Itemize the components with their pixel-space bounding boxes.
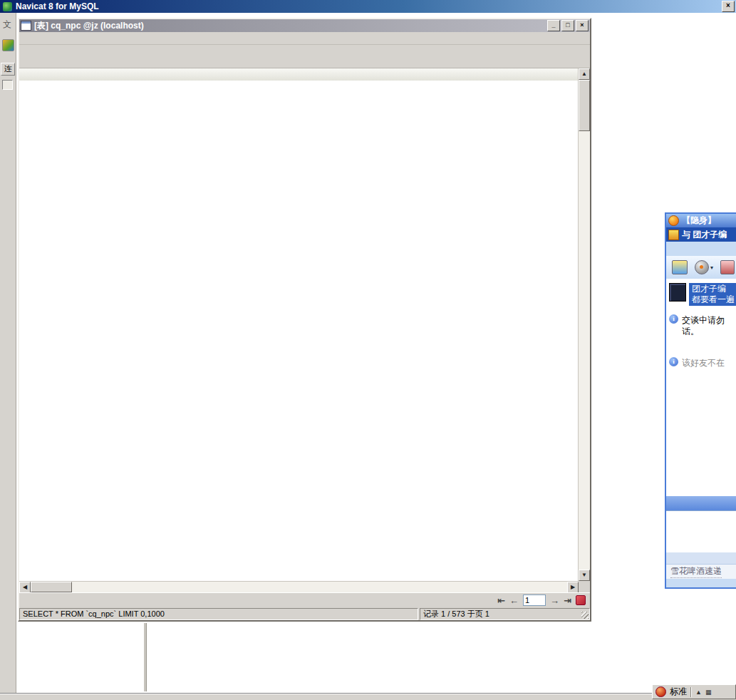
close-button[interactable]: × xyxy=(576,20,589,31)
table-icon xyxy=(21,21,31,31)
webcam-dropdown-icon[interactable]: ▾ xyxy=(710,264,713,271)
ime-bar[interactable]: 标准 ▲ ▦ xyxy=(652,684,736,699)
qq-system-message: i 交谈中请勿 话。 xyxy=(669,314,736,337)
vertical-scrollbar[interactable]: ▲ ▼ xyxy=(578,68,590,581)
sql-status-text: SELECT * FROM `cq_npc` LIMIT 0,1000 xyxy=(19,608,418,620)
data-grid: ▲ ▼ xyxy=(19,68,590,581)
webcam-icon[interactable] xyxy=(695,260,709,274)
qq-logo-icon xyxy=(668,215,679,226)
clipped-file-menu[interactable]: 文 xyxy=(3,19,11,31)
apply-filter-icon[interactable] xyxy=(576,595,586,605)
record-navigation-bar: ⇤ ← → ⇥ xyxy=(19,592,590,607)
toolbar xyxy=(19,45,590,68)
qq-message-line1: 团才子编 xyxy=(692,284,726,294)
left-toolbar-rail: 文 连 xyxy=(0,13,16,694)
qq-chat-window: 【隐身】 与 团才子编 ▾ 团才子编 都要看一遍 i xyxy=(665,212,736,589)
qq-ad-link[interactable]: 雪花啤酒速递 xyxy=(670,565,722,578)
table-window-title: [表] cq_npc @jz (localhost) xyxy=(34,20,144,32)
first-page-button[interactable]: ⇤ xyxy=(497,595,505,606)
desktop: Navicat 8 for MySQL × 文 连 [表] cq_npc @jz… xyxy=(0,0,736,700)
ime-softkbd-icon[interactable]: ▲ xyxy=(695,689,702,696)
main-statusbar-strip xyxy=(0,694,736,700)
page-number-input[interactable] xyxy=(523,595,546,606)
qq-bottom-frame xyxy=(666,579,736,587)
scrollbar-corner xyxy=(579,581,590,592)
scroll-left-button[interactable]: ◀ xyxy=(19,582,31,593)
clipped-panel-box[interactable] xyxy=(2,80,13,90)
qq-system-text: 交谈中请勿 话。 xyxy=(682,314,725,337)
qq-status-text: 【隐身】 xyxy=(682,215,716,227)
main-window-titlebar[interactable]: Navicat 8 for MySQL × xyxy=(0,0,736,13)
info-icon: i xyxy=(669,314,678,324)
qq-ad-bar: 雪花啤酒速递 xyxy=(666,564,736,579)
maximize-button[interactable]: □ xyxy=(561,20,574,31)
clipped-toolbar-icon[interactable] xyxy=(2,39,14,51)
grid-rows xyxy=(19,81,578,581)
qq-titlebar[interactable]: 【隐身】 xyxy=(666,214,736,227)
qq-chat-header: 与 团才子编 xyxy=(666,227,736,242)
record-count-label: 记录 1 / 573 于页 1 xyxy=(423,609,489,618)
horizontal-scroll-track[interactable] xyxy=(72,582,567,592)
avatar[interactable] xyxy=(669,283,686,302)
resize-grip[interactable] xyxy=(581,612,589,619)
clipped-connect-button[interactable]: 连 xyxy=(1,63,15,76)
ime-icon[interactable] xyxy=(655,686,666,697)
table-window: [表] cq_npc @jz (localhost) _ □ × ▲ ▼ xyxy=(18,18,591,622)
ime-separator xyxy=(690,687,692,697)
ime-keyboard-icon[interactable]: ▦ xyxy=(705,689,712,696)
next-page-button[interactable]: → xyxy=(550,595,559,606)
qq-offline-text: 该好友不在 xyxy=(682,357,725,369)
horizontal-scrollbar[interactable]: ◀ ▶ xyxy=(19,581,579,592)
qq-input-area[interactable] xyxy=(666,510,736,552)
prev-page-button[interactable]: ← xyxy=(509,595,519,606)
qq-message-line2: 都要看一遍 xyxy=(692,294,735,304)
menu-bar xyxy=(19,32,590,45)
qq-emoticon-bar xyxy=(666,496,736,510)
page-navigation: ⇤ ← → ⇥ xyxy=(497,595,586,606)
vertical-scroll-thumb[interactable] xyxy=(579,80,590,131)
qq-chat-title: 与 团才子编 xyxy=(682,229,727,241)
qq-toolbar: ▾ xyxy=(666,256,736,279)
qq-tab-bar xyxy=(666,242,736,256)
navicat-app-icon xyxy=(2,1,13,12)
qq-message-text: 团才子编 都要看一遍 xyxy=(689,283,736,306)
table-statusbar: SELECT * FROM `cq_npc` LIMIT 0,1000 记录 1… xyxy=(19,607,590,620)
qq-message: 团才子编 都要看一遍 xyxy=(669,283,736,306)
main-window-title: Navicat 8 for MySQL xyxy=(16,1,99,11)
vertical-scroll-track[interactable] xyxy=(579,131,590,570)
qq-message-area: 团才子编 都要看一遍 i 交谈中请勿 话。 i 该好友不在 xyxy=(666,279,736,496)
record-count-text: 记录 1 / 573 于页 1 xyxy=(420,608,590,620)
qq-audio-icon[interactable] xyxy=(672,260,688,274)
scroll-up-button[interactable]: ▲ xyxy=(579,68,590,80)
background-table-list xyxy=(145,626,715,691)
qq-offline-message: i 该好友不在 xyxy=(669,357,736,369)
table-window-titlebar[interactable]: [表] cq_npc @jz (localhost) _ □ × xyxy=(19,19,590,32)
info-icon: i xyxy=(669,357,678,366)
horizontal-scroll-thumb[interactable] xyxy=(31,582,72,592)
qq-extra-icon[interactable] xyxy=(720,260,735,274)
qq-lower-panel xyxy=(666,552,736,564)
grid-header-row xyxy=(19,68,578,81)
ime-mode-label[interactable]: 标准 xyxy=(670,686,687,698)
minimize-button[interactable]: _ xyxy=(547,20,560,31)
qq-chat-icon xyxy=(668,230,679,240)
main-close-button[interactable]: × xyxy=(722,1,735,12)
last-page-button[interactable]: ⇥ xyxy=(564,595,571,606)
scroll-right-button[interactable]: ▶ xyxy=(567,582,579,593)
scroll-down-button[interactable]: ▼ xyxy=(579,570,590,581)
